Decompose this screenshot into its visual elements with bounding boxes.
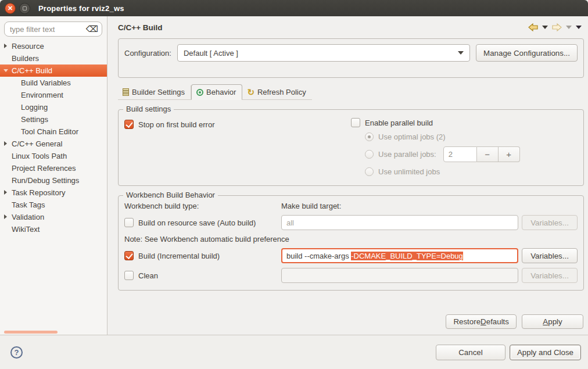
tree-label: Build Variables <box>21 78 71 87</box>
behavior-icon <box>196 89 203 96</box>
clean-variables-button: Variables... <box>522 268 578 283</box>
enable-parallel-build-checkbox[interactable] <box>351 118 360 127</box>
sidebar-item-environment[interactable]: Environment <box>0 89 107 101</box>
clean-target-field <box>281 268 518 283</box>
clean-checkbox[interactable] <box>124 271 134 280</box>
tree-label: Tool Chain Editor <box>21 127 78 136</box>
incremental-variables-button[interactable]: Variables... <box>522 248 578 263</box>
tree-label: Task Repository <box>12 188 65 197</box>
tree-label: C/C++ General <box>12 139 62 148</box>
view-menu-icon[interactable] <box>576 26 582 30</box>
help-icon[interactable]: ? <box>10 346 23 359</box>
group-title: Workbench Build Behavior <box>123 191 218 199</box>
forward-icon <box>552 23 562 31</box>
configuration-group: Configuration: Default [ Active ] Manage… <box>118 38 584 78</box>
sidebar-item-logging[interactable]: Logging <box>0 101 107 113</box>
forward-dropdown-icon <box>566 26 572 30</box>
incremental-build-checkbox[interactable] <box>124 251 134 260</box>
auto-build-label: Build on resource save (Auto build) <box>138 218 256 227</box>
sidebar-item-settings[interactable]: Settings <box>0 113 107 126</box>
tree-label: Environment <box>21 91 63 99</box>
build-settings-group: Build settings Stop on first build error… <box>118 109 584 186</box>
restore-defaults-button[interactable]: Restore Defaults <box>446 314 517 329</box>
parallel-jobs-value: 2 <box>443 146 477 162</box>
sidebar-item-task-tags[interactable]: Task Tags <box>0 199 107 211</box>
expander-icon[interactable] <box>3 69 8 72</box>
use-unlimited-jobs-radio <box>365 167 374 176</box>
auto-build-checkbox[interactable] <box>124 218 134 227</box>
auto-build-target-field: all <box>281 215 518 230</box>
btn-text: Restore <box>453 317 481 326</box>
build-command-selected-text: -DCMAKE_BUILD_TYPE=Debug <box>351 252 463 260</box>
window-title: Properties for rviz2_ws <box>38 4 124 13</box>
auto-build-variables-button: Variables... <box>522 215 578 230</box>
build-command-text: build --cmake-args <box>286 252 351 260</box>
tree-label: WikiText <box>12 225 40 234</box>
builder-settings-icon <box>123 88 129 96</box>
tab-behavior[interactable]: Behavior <box>191 84 242 100</box>
sidebar-item-validation[interactable]: Validation <box>0 211 107 223</box>
sidebar-item-run-debug-settings[interactable]: Run/Debug Settings <box>0 174 107 187</box>
clear-filter-icon[interactable]: ⌫ <box>86 24 98 34</box>
sidebar-item-linux-tools-path[interactable]: Linux Tools Path <box>0 150 107 162</box>
btn-mnemonic: A <box>543 317 548 326</box>
stepper-plus-button: + <box>499 146 520 162</box>
expander-icon[interactable] <box>4 44 7 48</box>
apply-button[interactable]: Apply <box>522 314 583 329</box>
tree-label: Resource <box>12 42 44 51</box>
properties-dialog: ✕ Properties for rviz2_ws ⌫ Resource Bui… <box>0 0 588 369</box>
configuration-value: Default [ Active ] <box>184 49 238 58</box>
maximize-square-glyph <box>23 6 27 10</box>
tree-label: Settings <box>21 115 48 124</box>
enable-parallel-build-label: Enable parallel build <box>365 119 433 127</box>
expander-icon[interactable] <box>4 141 7 146</box>
sidebar-item-resource[interactable]: Resource <box>0 40 107 52</box>
use-unlimited-jobs-label: Use unlimited jobs <box>378 167 440 176</box>
horizontal-scrollbar-thumb[interactable] <box>4 331 58 334</box>
titlebar: ✕ Properties for rviz2_ws <box>0 0 588 16</box>
btn-text: efaults <box>486 317 509 326</box>
stop-on-first-error-checkbox[interactable] <box>124 120 134 129</box>
parallel-jobs-stepper: 2 − + <box>443 146 520 162</box>
incremental-build-target-field[interactable]: build --cmake-args -DCMAKE_BUILD_TYPE=De… <box>281 248 518 263</box>
manage-configurations-button[interactable]: Manage Configurations... <box>476 44 578 62</box>
tab-label: Behavior <box>206 88 236 96</box>
tree-label: Validation <box>12 213 44 221</box>
sidebar-item-build-variables[interactable]: Build Variables <box>0 77 107 89</box>
sidebar-item-tool-chain-editor[interactable]: Tool Chain Editor <box>0 126 107 138</box>
apply-and-close-button[interactable]: Apply and Close <box>510 345 581 360</box>
sidebar-item-builders[interactable]: Builders <box>0 52 107 65</box>
cancel-button[interactable]: Cancel <box>436 345 505 360</box>
back-dropdown-icon[interactable] <box>542 26 548 30</box>
tab-label: Refresh Policy <box>257 88 306 96</box>
main-panel: C/C++ Build Configuration: Default [ Act… <box>107 16 588 335</box>
sidebar-item-project-references[interactable]: Project References <box>0 162 107 174</box>
page-title: C/C++ Build <box>118 23 163 32</box>
clean-label: Clean <box>138 271 158 280</box>
build-tabs: Builder Settings Behavior ↻ Refresh Poli… <box>118 84 312 100</box>
back-icon[interactable] <box>528 23 538 31</box>
dialog-button-bar: ? Cancel Apply and Close <box>0 335 588 369</box>
tree-label: Linux Tools Path <box>12 152 67 160</box>
stepper-minus-button: − <box>477 146 499 162</box>
workbench-note: Note: See Workbench automatic build pref… <box>124 235 578 243</box>
incremental-build-label: Build (Incremental build) <box>138 252 220 260</box>
configuration-select[interactable]: Default [ Active ] <box>177 44 470 62</box>
make-build-target-header: Make build target: <box>281 202 518 210</box>
sidebar-item-cpp-build[interactable]: C/C++ Build <box>0 65 107 77</box>
expander-icon[interactable] <box>4 214 7 219</box>
tab-refresh-policy[interactable]: ↻ Refresh Policy <box>242 85 311 99</box>
sidebar-item-task-repository[interactable]: Task Repository <box>0 187 107 199</box>
preferences-tree: Resource Builders C/C++ Build Build Vari… <box>0 40 107 235</box>
maximize-icon[interactable] <box>19 3 30 14</box>
workbench-build-behavior-group: Workbench Build Behavior Workbench build… <box>118 195 584 291</box>
tab-builder-settings[interactable]: Builder Settings <box>118 85 191 99</box>
group-title: Build settings <box>123 105 174 113</box>
sidebar-item-wikitext[interactable]: WikiText <box>0 223 107 235</box>
expander-icon[interactable] <box>4 190 7 195</box>
close-icon[interactable]: ✕ <box>5 3 16 14</box>
stop-on-first-error-label: Stop on first build error <box>138 120 215 129</box>
chevron-down-icon <box>458 51 464 55</box>
sidebar-item-cpp-general[interactable]: C/C++ General <box>0 138 107 150</box>
btn-text: pply <box>548 317 562 326</box>
